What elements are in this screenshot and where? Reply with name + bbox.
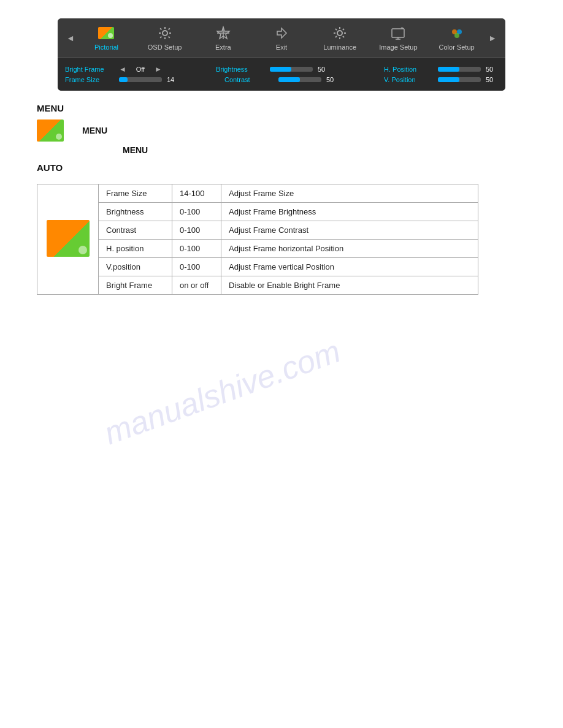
table-cell-range-1: 0-100 — [172, 203, 221, 221]
nav-label-color-setup: Color Setup — [439, 44, 475, 51]
nav-label-image-setup: Image Setup — [379, 44, 417, 51]
table-cell-desc-5: Disable or Enable Bright Frame — [221, 276, 478, 295]
table-cell-desc-1: Adjust Frame Brightness — [221, 203, 478, 221]
contrast-label: Contrast — [224, 76, 274, 83]
table-cell-desc-2: Adjust Frame Contrast — [221, 221, 478, 240]
osd-row-1: Bright Frame ◄ Off ► Brightness 50 H. Po… — [65, 65, 498, 74]
osd-panel: ◄ Pictorial OSD Setup — [58, 18, 505, 91]
menu-sub-title: MENU — [82, 126, 107, 135]
bright-frame-value: Off — [131, 66, 150, 73]
extra-icon — [215, 25, 232, 42]
bright-frame-preview-icon — [37, 119, 64, 142]
nav-item-luminance[interactable]: Luminance — [311, 22, 369, 53]
table-cell-range-2: 0-100 — [172, 221, 221, 240]
content-area: MENU MENU MENU AUTO Frame Size 14-100 Ad… — [0, 91, 563, 307]
table-cell-name-4: V.position — [99, 258, 172, 276]
watermark: manualshive.com — [99, 333, 345, 452]
menu-title-1: MENU — [37, 103, 526, 113]
brightness-label: Brightness — [216, 66, 265, 73]
contrast-slider[interactable] — [278, 77, 321, 82]
nav-item-pictorial[interactable]: Pictorial — [77, 22, 136, 53]
svg-line-10 — [343, 36, 344, 37]
image-setup-icon — [389, 25, 407, 42]
osd-nav: ◄ Pictorial OSD Setup — [58, 18, 505, 58]
brightness-value: 50 — [318, 66, 330, 73]
v-position-label: V. Position — [384, 76, 433, 83]
nav-label-luminance: Luminance — [323, 44, 356, 51]
frame-size-slider[interactable] — [119, 77, 162, 82]
bright-frame-right-arrow[interactable]: ► — [155, 65, 162, 74]
menu-indent-title: MENU — [123, 145, 526, 155]
table-row: Contrast 0-100 Adjust Frame Contrast — [37, 221, 478, 240]
frame-size-label: Frame Size — [65, 76, 114, 83]
color-setup-icon — [448, 25, 465, 42]
table-image-cell — [37, 184, 99, 295]
table-cell-desc-0: Adjust Frame Size — [221, 184, 478, 203]
nav-item-extra[interactable]: Extra — [194, 22, 252, 53]
v-position-value: 50 — [486, 76, 498, 83]
nav-item-osd-setup[interactable]: OSD Setup — [136, 22, 194, 53]
exit-icon — [273, 25, 290, 42]
svg-point-0 — [163, 31, 167, 36]
osd-setup-icon — [156, 25, 174, 42]
nav-item-exit[interactable]: Exit — [252, 22, 310, 53]
svg-line-12 — [343, 29, 344, 30]
h-position-label: H. Position — [384, 66, 433, 73]
frame-size-value: 14 — [167, 76, 179, 83]
page-wrapper: ◄ Pictorial OSD Setup — [0, 18, 563, 307]
nav-item-color-setup[interactable]: Color Setup — [427, 22, 486, 53]
svg-line-9 — [335, 29, 337, 30]
bright-frame-left-arrow[interactable]: ◄ — [119, 65, 126, 74]
menu-icon-row: MENU — [37, 119, 526, 142]
table-row: V.position 0-100 Adjust Frame vertical P… — [37, 258, 478, 276]
nav-right-arrow[interactable]: ► — [486, 33, 499, 43]
table-cell-range-5: on or off — [172, 276, 221, 295]
brightness-slider[interactable] — [270, 67, 313, 72]
nav-left-arrow[interactable]: ◄ — [64, 33, 77, 43]
table-cell-name-0: Frame Size — [99, 184, 172, 203]
svg-rect-13 — [392, 29, 404, 37]
contrast-value: 50 — [326, 76, 339, 83]
nav-item-image-setup[interactable]: Image Setup — [369, 22, 427, 53]
table-cell-name-5: Bright Frame — [99, 276, 172, 295]
table-cell-range-4: 0-100 — [172, 258, 221, 276]
table-cell-desc-3: Adjust Frame horizontal Position — [221, 240, 478, 258]
info-table: Frame Size 14-100 Adjust Frame Size Brig… — [37, 184, 478, 295]
table-row: H. position 0-100 Adjust Frame horizonta… — [37, 240, 478, 258]
h-position-value: 50 — [486, 66, 498, 73]
svg-marker-3 — [277, 28, 286, 38]
table-preview-image — [47, 220, 90, 257]
nav-label-osd-setup: OSD Setup — [148, 44, 182, 51]
luminance-icon — [331, 25, 348, 42]
svg-point-20 — [454, 33, 459, 38]
nav-label-pictorial: Pictorial — [94, 44, 118, 51]
table-cell-range-0: 14-100 — [172, 184, 221, 203]
table-cell-name-2: Contrast — [99, 221, 172, 240]
table-cell-range-3: 0-100 — [172, 240, 221, 258]
table-row: Bright Frame on or off Disable or Enable… — [37, 276, 478, 295]
nav-label-extra: Extra — [215, 44, 231, 51]
table-cell-desc-4: Adjust Frame vertical Position — [221, 258, 478, 276]
svg-point-4 — [337, 31, 342, 36]
h-position-slider[interactable] — [438, 67, 481, 72]
pictorial-icon — [98, 25, 115, 42]
table-row: Frame Size 14-100 Adjust Frame Size — [37, 184, 478, 203]
osd-controls: Bright Frame ◄ Off ► Brightness 50 H. Po… — [58, 58, 505, 91]
table-row: Brightness 0-100 Adjust Frame Brightness — [37, 203, 478, 221]
svg-line-11 — [335, 36, 337, 37]
bright-frame-label: Bright Frame — [65, 66, 114, 73]
v-position-slider[interactable] — [438, 77, 481, 82]
table-cell-name-1: Brightness — [99, 203, 172, 221]
auto-label: AUTO — [37, 162, 526, 173]
table-cell-name-3: H. position — [99, 240, 172, 258]
osd-row-2: Frame Size 14 Contrast 50 V. Position — [65, 76, 498, 83]
nav-label-exit: Exit — [276, 44, 287, 51]
